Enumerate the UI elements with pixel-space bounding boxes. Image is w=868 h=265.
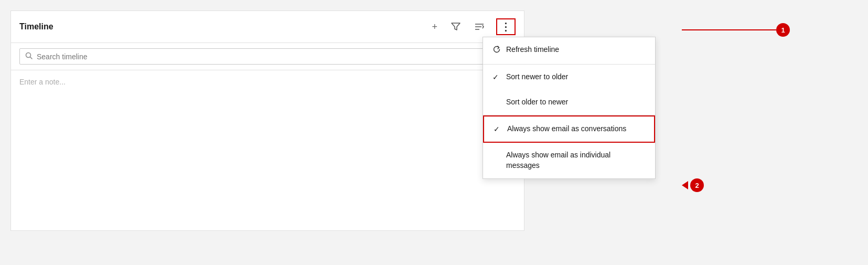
callout-badge-1: 1: [776, 23, 790, 37]
menu-item-show-individual[interactable]: Always show email as individual messages: [483, 143, 655, 178]
search-icon: [25, 52, 33, 61]
menu-show-conversations-label: Always show email as conversations: [507, 124, 645, 134]
search-row: [11, 43, 524, 70]
menu-item-refresh[interactable]: Refresh timeline: [483, 37, 655, 65]
refresh-icon: [492, 45, 501, 57]
menu-item-sort-newer[interactable]: ✓ Sort newer to older: [483, 65, 655, 90]
more-icon: ⋮: [500, 22, 511, 32]
dropdown-menu: Refresh timeline ✓ Sort newer to older S…: [483, 37, 656, 179]
search-input[interactable]: [37, 52, 510, 61]
callout-badge-2: 2: [690, 178, 704, 192]
menu-item-sort-older[interactable]: Sort older to newer: [483, 90, 655, 115]
page-container: Timeline +: [10, 10, 858, 231]
show-conversations-check: ✓: [494, 124, 502, 135]
header-actions: + ⋮: [430, 18, 516, 35]
more-options-button[interactable]: ⋮: [496, 18, 516, 35]
callout-1-line: [682, 29, 776, 30]
filter-button[interactable]: [449, 20, 463, 34]
menu-sort-older-label: Sort older to newer: [506, 97, 646, 108]
add-button[interactable]: +: [430, 20, 440, 34]
note-area: Enter a note...: [11, 70, 524, 93]
search-input-wrap: [19, 48, 516, 65]
callout-1: 1: [682, 23, 790, 37]
timeline-panel: Timeline +: [10, 10, 524, 231]
callout-2-arrow: [682, 181, 688, 189]
menu-refresh-label: Refresh timeline: [506, 45, 646, 55]
timeline-header: Timeline +: [11, 11, 524, 43]
menu-show-individual-label: Always show email as individual messages: [506, 150, 646, 171]
callout-2: 2: [682, 178, 704, 192]
menu-item-show-conversations[interactable]: ✓ Always show email as conversations: [483, 115, 655, 143]
svg-line-4: [30, 57, 33, 59]
menu-sort-newer-label: Sort newer to older: [506, 72, 646, 82]
sort-button[interactable]: [472, 20, 487, 34]
note-placeholder: Enter a note...: [19, 78, 66, 86]
timeline-title: Timeline: [19, 22, 430, 31]
sort-newer-check: ✓: [492, 72, 501, 83]
